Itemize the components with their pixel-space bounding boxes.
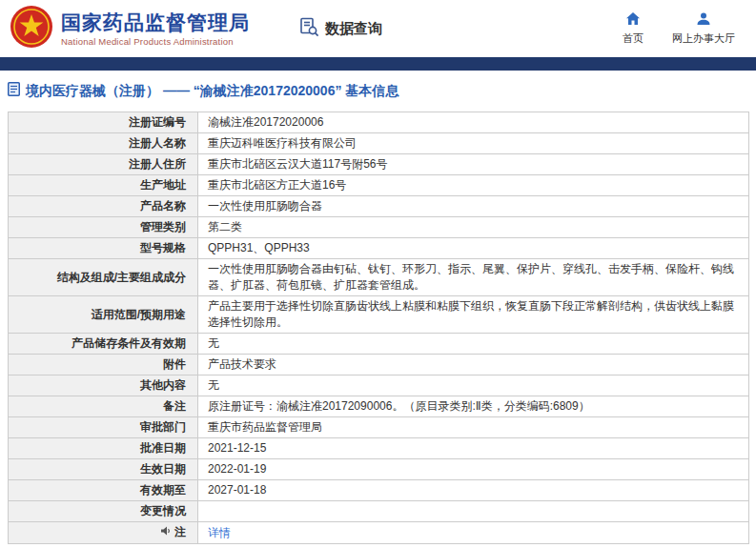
field-value: 无 — [198, 375, 749, 396]
agency-brand: 国家药品监督管理局 National Medical Products Admi… — [10, 5, 250, 52]
field-value: 第二类 — [198, 217, 749, 238]
field-label: 附件 — [9, 355, 198, 375]
field-label: 批准日期 — [9, 438, 198, 459]
table-row: 有效期至 2027-01-18 — [9, 480, 749, 501]
navy-bar — [0, 57, 756, 71]
field-value: 一次性使用肛肠吻合器由钉砧、钛钉、环形刀、指示、尾翼、保护片、穿线孔、击发手柄、… — [198, 259, 749, 296]
field-value: 2022-01-19 — [198, 459, 749, 480]
table-row: 审批部门 重庆市药品监督管理局 — [9, 417, 749, 438]
field-label: 生效日期 — [9, 459, 198, 480]
table-row: 注册人住所 重庆市北碚区云汉大道117号附56号 — [9, 154, 749, 175]
field-label: 注册证编号 — [9, 112, 198, 133]
field-value: 2021-12-15 — [198, 438, 749, 459]
field-label: 注 — [9, 522, 198, 544]
field-label: 有效期至 — [9, 480, 198, 501]
registration-info-table: 注册证编号 渝械注准20172020006 注册人名称 重庆迈科唯医疗科技有限公… — [8, 112, 749, 544]
table-row: 附件 产品技术要求 — [9, 355, 749, 375]
table-row: 生效日期 2022-01-19 — [9, 459, 749, 480]
table-row: 批准日期 2021-12-15 — [9, 438, 749, 459]
table-row: 管理类别 第二类 — [9, 217, 749, 238]
page-title: 境内医疗器械（注册） —— “渝械注准20172020006” 基本信息 — [26, 83, 398, 100]
user-icon — [696, 11, 711, 29]
field-value: 详情 — [198, 522, 749, 544]
field-label: 备注 — [9, 396, 198, 417]
document-icon — [8, 82, 20, 100]
field-label: 注册人住所 — [9, 154, 198, 175]
table-row: 产品储存条件及有效期 无 — [9, 334, 749, 355]
nav-home-label: 首页 — [623, 31, 644, 46]
module-title: 数据查询 — [325, 20, 382, 38]
table-row: 注册证编号 渝械注准20172020006 — [9, 112, 749, 133]
national-emblem-icon — [10, 5, 53, 52]
field-value: 产品主要用于选择性切除直肠齿状线上粘膜和粘膜下组织，恢复直肠下段正常解剖结构，供… — [198, 296, 749, 334]
field-label: 生产地址 — [9, 175, 198, 196]
nav-service-hall[interactable]: 网上办事大厅 — [672, 11, 735, 46]
page-title-row: 境内医疗器械（注册） —— “渝械注准20172020006” 基本信息 — [0, 71, 756, 110]
header: 国家药品监督管理局 National Medical Products Admi… — [0, 0, 756, 57]
table-row: 其他内容 无 — [9, 375, 749, 396]
field-value — [198, 501, 749, 522]
field-value: 产品技术要求 — [198, 355, 749, 375]
field-value: 一次性使用肛肠吻合器 — [198, 196, 749, 217]
table-row: 注册人名称 重庆迈科唯医疗科技有限公司 — [9, 133, 749, 154]
field-value: 重庆迈科唯医疗科技有限公司 — [198, 133, 749, 154]
nav-home[interactable]: 首页 — [623, 11, 644, 46]
table-row: 结构及组成/主要组成成分 一次性使用肛肠吻合器由钉砧、钛钉、环形刀、指示、尾翼、… — [9, 259, 749, 296]
module-title-block: 数据查询 — [299, 17, 382, 41]
note-icon — [160, 525, 172, 541]
detail-link[interactable]: 详情 — [208, 526, 231, 539]
field-value: 2027-01-18 — [198, 480, 749, 501]
field-label: 适用范围/预期用途 — [9, 296, 198, 334]
field-label: 管理类别 — [9, 217, 198, 238]
home-icon — [625, 11, 641, 29]
field-value: 渝械注准20172020006 — [198, 112, 749, 133]
agency-name-en: National Medical Products Administration — [61, 36, 250, 47]
field-label: 产品储存条件及有效期 — [9, 334, 198, 355]
table-row: 生产地址 重庆市北碚区方正大道16号 — [9, 175, 749, 196]
nav-hall-label: 网上办事大厅 — [672, 31, 735, 46]
field-label: 型号规格 — [9, 238, 198, 259]
field-label: 变更情况 — [9, 501, 198, 522]
table-row: 适用范围/预期用途 产品主要用于选择性切除直肠齿状线上粘膜和粘膜下组织，恢复直肠… — [9, 296, 749, 334]
field-value: 重庆市北碚区方正大道16号 — [198, 175, 749, 196]
table-row: 产品名称 一次性使用肛肠吻合器 — [9, 196, 749, 217]
top-nav: 首页 网上办事大厅 — [623, 11, 735, 46]
table-row: 型号规格 QPPH31、QPPH33 — [9, 238, 749, 259]
field-label: 产品名称 — [9, 196, 198, 217]
agency-name-cn: 国家药品监督管理局 — [61, 11, 250, 34]
field-value: 原注册证号：渝械注准20172090006。（原目录类别:Ⅱ类，分类编码:680… — [198, 396, 749, 417]
field-label: 结构及组成/主要组成成分 — [9, 259, 198, 296]
field-value: 重庆市北碚区云汉大道117号附56号 — [198, 154, 749, 175]
data-query-icon — [299, 17, 319, 41]
field-value: 重庆市药品监督管理局 — [198, 417, 749, 438]
table-row-note: 注 详情 — [9, 522, 749, 544]
table-row: 备注 原注册证号：渝械注准20172090006。（原目录类别:Ⅱ类，分类编码:… — [9, 396, 749, 417]
field-label: 其他内容 — [9, 375, 198, 396]
field-value: 无 — [198, 334, 749, 355]
table-row: 变更情况 — [9, 501, 749, 522]
field-label: 审批部门 — [9, 417, 198, 438]
note-label: 注 — [174, 525, 186, 538]
field-value: QPPH31、QPPH33 — [198, 238, 749, 259]
field-label: 注册人名称 — [9, 133, 198, 154]
